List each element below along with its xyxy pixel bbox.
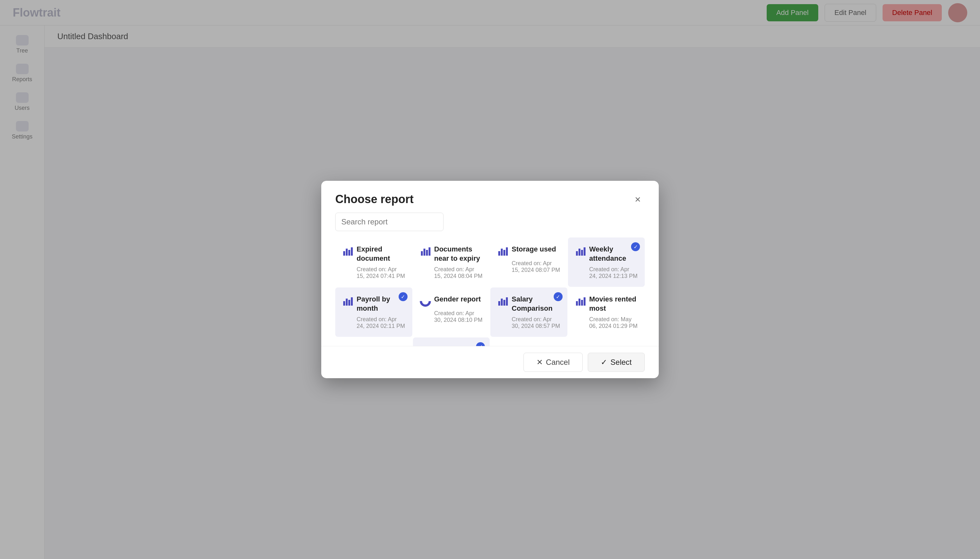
report-name: Storage used bbox=[512, 245, 556, 254]
report-title-row: Salary Comparison bbox=[497, 295, 561, 313]
report-date: Created on: Apr 24, 2024 02:11 PM bbox=[342, 316, 406, 329]
svg-rect-27 bbox=[581, 300, 583, 306]
modal-body: Expired document Created on: Apr 15, 202… bbox=[321, 238, 659, 346]
report-title-row: Documents near to expiry bbox=[420, 245, 483, 263]
svg-rect-3 bbox=[351, 247, 353, 256]
svg-rect-22 bbox=[501, 299, 503, 306]
report-name: Expired document bbox=[357, 245, 406, 263]
report-name: Employee Salary Details Summary bbox=[589, 345, 638, 346]
report-card[interactable]: Payroll by month Created on: Apr 24, 202… bbox=[335, 288, 412, 337]
modal-close-button[interactable]: × bbox=[631, 192, 645, 206]
report-card[interactable]: Employee Salary Details Summary Created … bbox=[568, 337, 645, 346]
svg-rect-26 bbox=[578, 299, 580, 306]
report-icon-donut bbox=[420, 295, 431, 307]
svg-rect-28 bbox=[583, 297, 585, 306]
svg-rect-17 bbox=[346, 299, 348, 306]
report-icon-bar bbox=[575, 245, 586, 257]
report-title-row: Weekly attendance bbox=[575, 245, 638, 263]
svg-rect-15 bbox=[583, 247, 585, 256]
report-title-row: Gender report bbox=[420, 295, 483, 307]
report-title-row: Storage used bbox=[497, 245, 561, 257]
cancel-button[interactable]: ✕ Cancel bbox=[524, 353, 583, 372]
svg-rect-5 bbox=[423, 249, 425, 256]
svg-rect-16 bbox=[343, 301, 345, 306]
report-title-row: 2024 Monthly Payroll Breakdown bbox=[420, 345, 483, 346]
svg-rect-24 bbox=[506, 297, 508, 306]
report-name: 2024 Monthly Salary Process bbox=[357, 345, 406, 346]
report-icon-bar bbox=[420, 346, 431, 346]
report-icon-bar bbox=[497, 245, 509, 257]
cancel-label: Cancel bbox=[546, 358, 570, 367]
select-button[interactable]: ✓ Select bbox=[588, 353, 645, 372]
modal-footer: ✕ Cancel ✓ Select bbox=[321, 346, 659, 378]
svg-rect-6 bbox=[426, 250, 428, 256]
report-title-row: 2024 Monthly Salary Process bbox=[342, 345, 406, 346]
report-card[interactable]: Storage used Created on: Apr 15, 2024 08… bbox=[490, 238, 567, 287]
search-input[interactable] bbox=[335, 213, 443, 231]
report-icon-bar bbox=[497, 346, 509, 346]
selected-badge: ✓ bbox=[398, 292, 408, 301]
report-name: Weekly attendance bbox=[589, 245, 638, 263]
report-date: Created on: Apr 30, 2024 08:10 PM bbox=[420, 310, 483, 323]
svg-rect-10 bbox=[503, 250, 505, 256]
report-title-row: Payroll by month bbox=[342, 295, 406, 313]
selected-badge: ✓ bbox=[476, 342, 485, 346]
report-date: Created on: Apr 30, 2024 08:57 PM bbox=[497, 316, 561, 329]
svg-point-20 bbox=[421, 297, 430, 306]
report-title-row: Movies rented most bbox=[575, 295, 638, 313]
choose-report-modal: Choose report × Expired document Created… bbox=[321, 181, 659, 378]
report-card[interactable]: Salary Comparison Created on: Apr 30, 20… bbox=[490, 288, 567, 337]
report-icon-bar bbox=[342, 245, 354, 257]
select-label: Select bbox=[610, 358, 632, 367]
report-card[interactable]: 2023 Payroll Process Breakdown Created o… bbox=[490, 337, 567, 346]
svg-rect-9 bbox=[501, 249, 503, 256]
report-icon-bar bbox=[575, 346, 586, 346]
report-date: Created on: May 06, 2024 01:29 PM bbox=[575, 316, 638, 329]
report-date: Created on: Apr 15, 2024 07:41 PM bbox=[342, 266, 406, 280]
svg-rect-0 bbox=[343, 251, 345, 256]
svg-rect-12 bbox=[576, 251, 578, 256]
cancel-icon: ✕ bbox=[537, 358, 543, 367]
report-name: Movies rented most bbox=[589, 295, 638, 313]
report-card[interactable]: Expired document Created on: Apr 15, 202… bbox=[335, 238, 412, 287]
modal-overlay: Choose report × Expired document Created… bbox=[0, 0, 980, 559]
report-card[interactable]: Movies rented most Created on: May 06, 2… bbox=[568, 288, 645, 337]
svg-rect-14 bbox=[581, 250, 583, 256]
selected-badge: ✓ bbox=[554, 292, 563, 301]
report-title-row: Employee Salary Details Summary bbox=[575, 345, 638, 346]
report-card[interactable]: Weekly attendance Created on: Apr 24, 20… bbox=[568, 238, 645, 287]
report-icon-bar bbox=[342, 346, 354, 346]
report-name: Salary Comparison bbox=[512, 295, 561, 313]
report-name: 2023 Payroll Process Breakdown bbox=[512, 345, 561, 346]
report-icon-bar bbox=[575, 295, 586, 307]
report-name: Gender report bbox=[434, 295, 481, 304]
report-name: Documents near to expiry bbox=[434, 245, 483, 263]
report-title-row: 2023 Payroll Process Breakdown bbox=[497, 345, 561, 346]
reports-grid: Expired document Created on: Apr 15, 202… bbox=[335, 238, 645, 346]
report-icon-bar bbox=[420, 245, 431, 257]
svg-rect-4 bbox=[421, 251, 423, 256]
select-check-icon: ✓ bbox=[601, 358, 607, 367]
modal-title: Choose report bbox=[335, 193, 413, 206]
report-date: Created on: Apr 24, 2024 12:13 PM bbox=[575, 266, 638, 280]
report-date: Created on: Apr 15, 2024 08:04 PM bbox=[420, 266, 483, 280]
report-card[interactable]: Documents near to expiry Created on: Apr… bbox=[413, 238, 490, 287]
svg-rect-25 bbox=[576, 301, 578, 306]
svg-rect-11 bbox=[506, 247, 508, 256]
svg-rect-23 bbox=[503, 300, 505, 306]
svg-rect-1 bbox=[346, 249, 348, 256]
report-name: Payroll by month bbox=[357, 295, 406, 313]
report-date: Created on: Apr 15, 2024 08:07 PM bbox=[497, 260, 561, 273]
selected-badge: ✓ bbox=[631, 242, 640, 251]
svg-rect-13 bbox=[578, 249, 580, 256]
svg-rect-19 bbox=[351, 297, 353, 306]
svg-rect-18 bbox=[348, 300, 350, 306]
modal-search-area bbox=[321, 213, 659, 238]
report-card[interactable]: Gender report Created on: Apr 30, 2024 0… bbox=[413, 288, 490, 337]
report-icon-bar bbox=[497, 295, 509, 307]
report-card[interactable]: 2024 Monthly Salary Process Created on: … bbox=[335, 337, 412, 346]
report-title-row: Expired document bbox=[342, 245, 406, 263]
svg-rect-21 bbox=[498, 301, 500, 306]
svg-rect-2 bbox=[348, 250, 350, 256]
report-card[interactable]: 2024 Monthly Payroll Breakdown Created o… bbox=[413, 337, 490, 346]
